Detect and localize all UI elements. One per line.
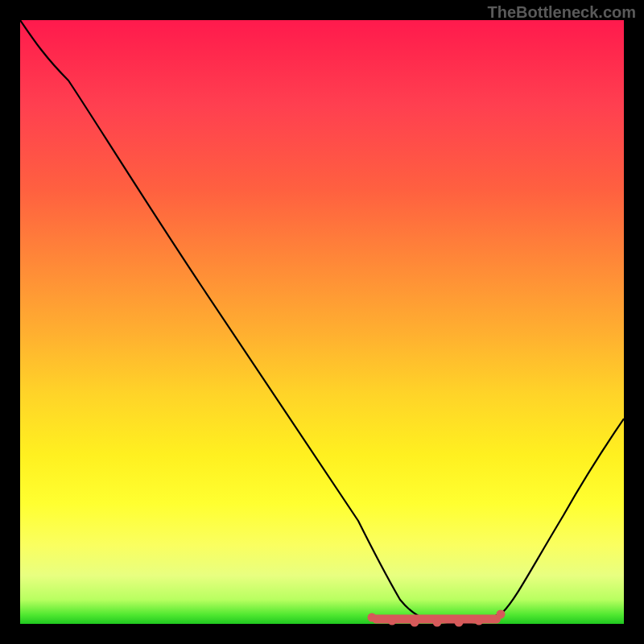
highlight-dot-5 [475, 617, 484, 625]
watermark-text: TheBottleneck.com [488, 3, 636, 22]
highlight-dot-2 [411, 618, 419, 627]
highlight-dot-start [368, 613, 377, 622]
chart-container: TheBottleneck.com [0, 0, 644, 644]
highlight-dot-1 [388, 617, 397, 625]
highlight-dot-end [497, 610, 506, 619]
plot-area [20, 20, 624, 624]
highlight-dot-3 [433, 618, 442, 627]
highlight-dot-4 [455, 618, 464, 627]
curve-svg [20, 20, 624, 624]
bottleneck-curve-path [20, 20, 624, 624]
